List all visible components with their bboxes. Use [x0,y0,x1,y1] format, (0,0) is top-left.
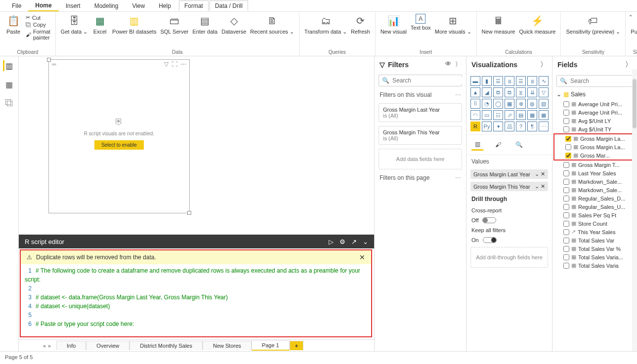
viz-scatter[interactable]: ⠿ [470,99,480,109]
viz-matrix[interactable]: ▦ [539,110,549,120]
fields-well-icon[interactable]: ▥ [471,139,483,151]
keep-filters-toggle[interactable] [483,237,497,243]
viz-ribbon[interactable]: ⧖ [516,87,526,97]
field-item[interactable]: ▦Last Year Sales [552,169,637,177]
more-icon[interactable]: ⋯ [455,91,461,98]
menu-view[interactable]: View [125,1,152,11]
viz-stacked-area[interactable]: ◢ [482,87,492,97]
filters-search[interactable]: 🔍 [379,75,462,86]
viz-clustered-bar[interactable]: ☰ [493,76,503,86]
collapse-editor-icon[interactable]: ⌄ [363,238,368,245]
cut-button[interactable]: ✂Cut [26,14,41,21]
run-script-icon[interactable]: ▷ [329,238,334,245]
enable-r-button[interactable]: Select to enable [94,140,144,150]
settings-icon[interactable]: ⚙ [340,238,345,245]
field-checkbox[interactable] [563,229,569,235]
quick-measure-button[interactable]: ⚡Quick measure [517,13,557,48]
viz-r[interactable]: R [470,121,480,131]
table-sales[interactable]: ⌄▦Sales [552,89,637,100]
viz-qna[interactable]: ? [516,121,526,131]
viz-slicer[interactable]: ▤ [516,110,526,120]
excel-button[interactable]: ▦Excel [89,13,110,48]
collapse-filters-icon[interactable]: 〉 [455,60,461,69]
recent-sources-button[interactable]: 🗎Recent sources ⌄ [248,13,296,48]
format-painter-button[interactable]: 🖌Format painter [26,28,50,41]
text-box-button[interactable]: AText box [409,13,433,48]
menu-format[interactable]: Format [179,0,209,11]
refresh-button[interactable]: ⟳Refresh [349,13,372,48]
viz-funnel[interactable]: ▽ [539,87,549,97]
copy-button[interactable]: ⿻Copy [26,21,46,28]
viz-line-col2[interactable]: ⧉ [505,87,514,97]
fields-search[interactable]: 🔍 [556,75,633,87]
field-checkbox[interactable] [565,136,571,142]
add-page-button[interactable]: + [290,341,303,350]
field-item[interactable]: ▦Gross Margin T... [552,161,637,169]
close-warning-icon[interactable]: ✕ [359,253,365,261]
analytics-icon[interactable]: 🔍 [513,139,525,151]
viz-py[interactable]: Py [482,121,492,131]
collapse-ribbon-icon[interactable]: ⌃ [628,14,633,21]
collapse-viz-icon[interactable]: 〉 [540,60,547,69]
field-checkbox[interactable] [563,204,569,210]
field-item[interactable]: ▦Total Sales Var [552,236,637,244]
viz-area[interactable]: ▲ [470,87,480,97]
field-checkbox[interactable] [563,110,569,116]
viz-line[interactable]: ∿ [539,76,549,86]
field-item[interactable]: ↗This Year Sales [552,228,637,236]
viz-card[interactable]: ▭ [482,110,492,120]
field-checkbox[interactable] [563,187,569,193]
tab-info[interactable]: Info [56,341,86,350]
viz-filled-map[interactable]: ◍ [527,99,537,109]
field-checkbox[interactable] [563,221,569,227]
viz-donut[interactable]: ◯ [493,99,503,109]
field-item[interactable]: ▦Total Sales Varia... [552,253,637,261]
data-view-icon[interactable]: ▦ [4,79,15,90]
field-checkbox[interactable] [563,238,569,243]
field-item[interactable]: ▦Store Count [552,219,637,228]
viz-multi-card[interactable]: ☷ [493,110,503,120]
viz-100bar[interactable]: ☰ [516,76,526,86]
menu-home[interactable]: Home [28,0,58,11]
tab-page1[interactable]: Page 1 [252,340,290,351]
field-checkbox[interactable] [563,196,569,202]
field-checkbox[interactable] [563,246,569,252]
viz-kpi[interactable]: ⬀ [505,110,514,120]
viz-decomp[interactable]: 品 [505,121,514,131]
r-code-editor[interactable]: 1# The following code to create a datafr… [21,264,371,336]
field-item[interactable]: ▦Total Sales Var % [552,244,637,253]
r-visual-placeholder[interactable]: ═ ▽ ⛶ ⋯ ⛨ R script visuals are not enabl… [48,59,190,213]
viz-stacked-bar[interactable]: ▬ [470,76,480,86]
add-drill-fields-drop[interactable]: Add drill-through fields here [470,247,548,268]
field-checkbox[interactable] [563,162,569,168]
field-checkbox[interactable] [565,144,571,150]
field-item[interactable]: ▦Total Sales Varia [552,261,637,270]
viz-shape-map[interactable]: ▧ [539,99,549,109]
viz-100col[interactable]: ⫼ [527,76,537,86]
field-checkbox[interactable] [563,263,569,269]
field-item[interactable]: ▦Gross Margin La... [554,143,635,151]
transform-data-button[interactable]: 🗂Transform data ⌄ [302,13,349,48]
field-item[interactable]: ▦Gross Mar... [554,151,635,160]
more-options-icon[interactable]: ⋯ [180,61,186,68]
value-pill-gmlast[interactable]: Gross Margin Last Year⌄ ✕ [470,169,548,179]
collapse-fields-icon[interactable]: 〉 [625,60,632,69]
viz-line-col[interactable]: ⧉ [493,87,503,97]
field-checkbox[interactable] [563,126,569,132]
viz-pie[interactable]: ◔ [482,99,492,109]
field-checkbox[interactable] [563,118,569,124]
viz-narrative[interactable]: ¶ [527,121,537,131]
enter-data-button[interactable]: ▤Enter data [190,13,219,48]
field-item[interactable]: ▦Markdown_Sale... [552,177,637,186]
field-checkbox[interactable] [563,170,569,176]
model-view-icon[interactable]: ⿻ [4,98,15,109]
focus-mode-icon[interactable]: ⛶ [171,61,177,68]
sql-server-button[interactable]: 🗃SQL Server [158,13,190,48]
sensitivity-button[interactable]: 🏷Sensitivity (preview) ⌄ [564,13,622,48]
viz-key-influencers[interactable]: ✦ [493,121,503,131]
viz-clustered-col[interactable]: ⫼ [505,76,514,86]
format-brush-icon[interactable]: 🖌 [492,139,504,151]
value-pill-gmthis[interactable]: Gross Margin This Year⌄ ✕ [470,182,548,191]
fields-scrollbar[interactable] [632,69,637,351]
popout-icon[interactable]: ↗ [351,238,357,245]
